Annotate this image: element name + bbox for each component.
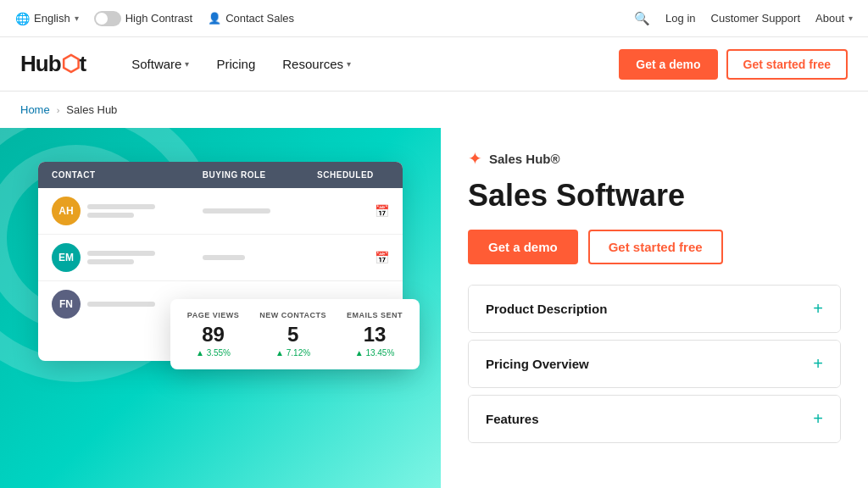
breadcrumb-current: Sales Hub [66,103,117,116]
calendar-icon: 📅 [375,204,389,218]
toggle-knob [96,13,108,25]
accordion-pricing-overview[interactable]: Pricing Overview + [468,340,841,388]
accordion-expand-description-icon: + [813,299,823,319]
crm-col-role: BUYING ROLE [203,170,310,180]
utility-right: 🔍 Log in Customer Support About ▾ [634,11,853,26]
toggle-switch[interactable] [94,11,121,26]
breadcrumb-home[interactable]: Home [20,103,50,116]
nav-free-button[interactable]: Get started free [726,49,848,80]
accordion-header-features[interactable]: Features + [469,396,840,442]
crm-right-em: 📅 [317,251,389,264]
hero-free-button[interactable]: Get started free [588,230,723,264]
accordion-expand-pricing-icon: + [813,354,823,374]
accordion-expand-features-icon: + [813,409,823,429]
logo-text: Hub⬡t [20,51,86,77]
stat-change-contacts: 7.12% [275,348,310,358]
crm-col-contact: CONTACT [52,170,196,180]
content-area: CONTACT BUYING ROLE SCHEDULED AH 📅 [0,128,868,488]
crm-row-left-ah: AH [52,197,196,225]
stat-value-contacts: 5 [287,323,298,347]
high-contrast-label: High Contrast [125,12,192,25]
accordion-label-features: Features [486,412,539,426]
badge-text: Sales Hub® [489,152,560,166]
accordion-label-pricing: Pricing Overview [486,357,589,371]
breadcrumb: Home › Sales Hub [0,92,868,128]
crm-mid-em [203,255,310,260]
crm-line [87,213,134,218]
stat-change-emails: 13.45% [355,348,395,358]
crm-lines-fn [87,302,155,307]
crm-line [203,208,270,214]
calendar-icon: 📅 [375,251,389,264]
language-label: English [34,12,70,25]
crm-lines-em [87,251,155,264]
login-link[interactable]: Log in [665,12,695,25]
crm-table-header: CONTACT BUYING ROLE SCHEDULED [38,162,403,188]
hero-demo-button[interactable]: Get a demo [468,230,578,264]
crm-card: CONTACT BUYING ROLE SCHEDULED AH 📅 [38,162,403,361]
hero-cta-row: Get a demo Get started free [468,230,841,264]
accordion-features[interactable]: Features + [468,395,841,443]
customer-support-link[interactable]: Customer Support [711,12,801,25]
star-icon: ✦ [468,148,482,169]
resources-chevron-icon: ▾ [347,59,351,69]
breadcrumb-separator: › [57,105,60,115]
stat-page-views: PAGE VIEWS 89 3.55% [187,311,239,358]
language-chevron-icon: ▾ [75,14,79,23]
nav-links: Software ▾ Pricing Resources ▾ [120,50,619,78]
crm-line [87,302,155,307]
stat-value-views: 89 [202,323,225,347]
crm-line [87,204,155,209]
avatar-ah: AH [52,197,81,225]
stat-change-views: 3.55% [196,348,231,358]
utility-left: 🌐 English ▾ High Contrast 👤 Contact Sale… [15,11,294,26]
stat-emails-sent: EMAILS SENT 13 13.45% [347,311,403,358]
globe-icon: 🌐 [15,12,30,25]
search-icon[interactable]: 🔍 [634,11,650,26]
crm-row-em: EM 📅 [38,235,403,281]
accordion-label-description: Product Description [486,302,607,316]
nav-item-resources[interactable]: Resources ▾ [270,50,363,78]
product-title: Sales Software [468,179,841,213]
nav-item-software[interactable]: Software ▾ [120,50,201,78]
crm-row-ah: AH 📅 [38,188,403,235]
crm-line [203,255,245,260]
avatar-fn: FN [52,290,81,319]
accordion-product-description[interactable]: Product Description + [468,285,841,333]
right-panel: ✦ Sales Hub® Sales Software Get a demo G… [441,128,868,488]
logo[interactable]: Hub⬡t [20,51,86,77]
crm-mid-ah [203,208,310,214]
crm-col-scheduled: SCHEDULED [317,170,389,180]
software-chevron-icon: ▾ [185,59,189,69]
product-badge: ✦ Sales Hub® [468,148,841,169]
stat-label-emails: EMAILS SENT [347,311,403,319]
nav-cta: Get a demo Get started free [619,49,848,80]
utility-bar: 🌐 English ▾ High Contrast 👤 Contact Sale… [0,0,868,37]
crm-lines-ah [87,204,155,218]
accordion-header-description[interactable]: Product Description + [469,286,840,332]
accordion-header-pricing[interactable]: Pricing Overview + [469,341,840,387]
about-chevron-icon: ▾ [849,14,853,23]
stat-new-contacts: NEW CONTACTS 5 7.12% [259,311,326,358]
person-icon: 👤 [208,12,221,25]
about-menu[interactable]: About ▾ [815,12,853,25]
crm-right-ah: 📅 [317,204,389,218]
nav-demo-button[interactable]: Get a demo [619,49,717,80]
crm-line [87,259,134,264]
left-panel: CONTACT BUYING ROLE SCHEDULED AH 📅 [0,128,441,488]
stat-value-emails: 13 [364,323,387,347]
stat-label-views: PAGE VIEWS [187,311,239,319]
avatar-em: EM [52,243,81,272]
high-contrast-toggle[interactable]: High Contrast [94,11,192,26]
stats-popup: PAGE VIEWS 89 3.55% NEW CONTACTS 5 7.12%… [170,299,420,369]
nav-item-pricing[interactable]: Pricing [204,50,267,78]
language-selector[interactable]: 🌐 English ▾ [15,12,79,25]
crm-row-left-em: EM [52,243,196,272]
contact-sales-link[interactable]: 👤 Contact Sales [208,12,294,25]
main-nav: Hub⬡t Software ▾ Pricing Resources ▾ Get… [0,37,868,92]
stat-label-contacts: NEW CONTACTS [259,311,326,319]
crm-line [87,251,155,256]
